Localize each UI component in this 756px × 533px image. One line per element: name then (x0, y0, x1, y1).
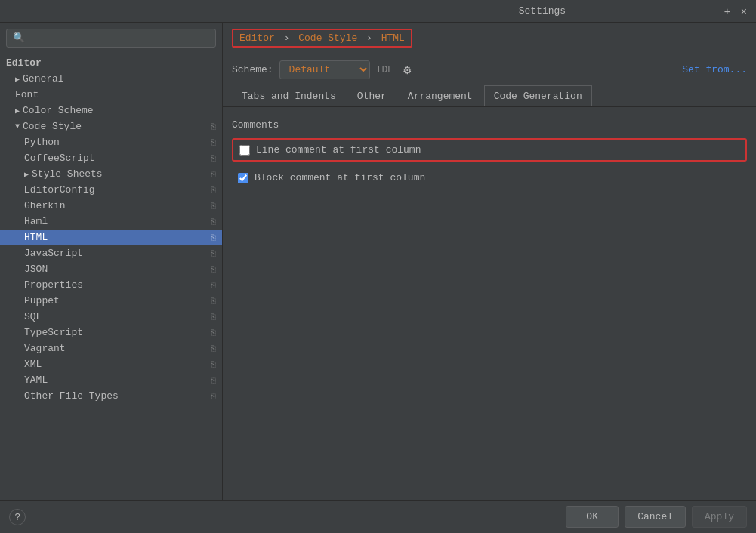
breadcrumb-bar: Editor › Code Style › HTML (223, 23, 756, 54)
sidebar-item-label: YAML (24, 374, 48, 386)
sidebar-item-javascript[interactable]: JavaScript⎘ (0, 245, 222, 261)
copy-icon: ⎘ (211, 313, 216, 322)
sidebar-item-haml[interactable]: Haml⎘ (0, 214, 222, 230)
sidebar-item-json[interactable]: JSON⎘ (0, 261, 222, 277)
sidebar-item-editor[interactable]: Editor (0, 55, 222, 71)
copy-icon: ⎘ (211, 170, 216, 179)
tab-code-generation[interactable]: Code Generation (484, 85, 592, 106)
apply-button: Apply (692, 506, 747, 528)
window-controls: + × (721, 5, 750, 17)
content-area: Editor › Code Style › HTML Scheme: Defau… (223, 23, 756, 500)
sidebar-item-sql[interactable]: SQL⎘ (0, 309, 222, 325)
sidebar-item-code-style[interactable]: ▼Code Style⎘ (0, 119, 222, 134)
sidebar-item-label: Properties (24, 279, 83, 291)
sidebar-item-label: EditorConfig (24, 184, 95, 196)
checkbox-row-line-comment: Line comment at first column (232, 138, 747, 162)
sidebar-item-label: Editor (6, 57, 42, 69)
checkbox-label-line-comment[interactable]: Line comment at first column (256, 144, 421, 156)
tab-content: Comments Line comment at first columnBlo… (223, 107, 756, 500)
copy-icon: ⎘ (211, 265, 216, 274)
breadcrumb-sep-2: › (366, 32, 378, 44)
copy-icon: ⎘ (211, 281, 216, 290)
breadcrumb-part-editor: Editor (239, 32, 275, 44)
breadcrumb-part-codestyle: Code Style (298, 32, 357, 44)
sidebar-item-puppet[interactable]: Puppet⎘ (0, 293, 222, 309)
sidebar-item-coffeescript[interactable]: CoffeeScript⎘ (0, 150, 222, 166)
sidebar-item-yaml[interactable]: YAML⎘ (0, 372, 222, 388)
expand-button[interactable]: + (721, 5, 733, 17)
sidebar-item-label: Other File Types (24, 390, 119, 402)
sidebar-item-label: General (23, 73, 64, 85)
sidebar-item-gherkin[interactable]: Gherkin⎘ (0, 198, 222, 214)
gear-button[interactable]: ⚙ (400, 63, 415, 78)
arrow-icon: ▶ (24, 170, 29, 179)
sidebar-item-general[interactable]: ▶General (0, 71, 222, 87)
checkbox-row-block-comment: Block comment at first column (232, 168, 747, 188)
sidebar-item-label: JavaScript (24, 248, 83, 259)
section-label: Comments (232, 119, 747, 131)
help-button[interactable]: ? (9, 509, 26, 525)
sidebar-item-label: Style Sheets (32, 168, 103, 180)
breadcrumb-sep-1: › (284, 32, 296, 44)
checkbox-label-block-comment[interactable]: Block comment at first column (255, 172, 425, 183)
title-bar: Settings + × (0, 0, 756, 23)
set-from-link[interactable]: Set from... (682, 64, 747, 75)
sidebar-item-label: CoffeeScript (24, 153, 95, 164)
copy-icon: ⎘ (211, 297, 216, 306)
main-container: Editor▶GeneralFont▶Color Scheme▼Code Sty… (0, 23, 756, 500)
scheme-label: Scheme: (232, 64, 273, 75)
tabs-row: Tabs and IndentsOtherArrangementCode Gen… (223, 85, 756, 107)
sidebar-item-label: Puppet (24, 295, 60, 307)
sidebar-section: Editor▶GeneralFont▶Color Scheme▼Code Sty… (0, 54, 222, 405)
ok-button[interactable]: OK (566, 506, 619, 528)
checkbox-block-comment[interactable] (238, 173, 248, 183)
copy-icon: ⎘ (211, 138, 216, 147)
sidebar: Editor▶GeneralFont▶Color Scheme▼Code Sty… (0, 23, 223, 500)
sidebar-item-python[interactable]: Python⎘ (0, 134, 222, 150)
sidebar-item-style-sheets[interactable]: ▶Style Sheets⎘ (0, 166, 222, 182)
copy-icon: ⎘ (211, 376, 216, 385)
copy-icon: ⎘ (211, 233, 216, 242)
copy-icon: ⎘ (211, 217, 216, 226)
sidebar-item-font[interactable]: Font (0, 87, 222, 103)
copy-icon: ⎘ (211, 186, 216, 195)
arrow-icon: ▼ (15, 122, 20, 131)
sidebar-item-label: Code Style (23, 121, 82, 132)
sidebar-item-typescript[interactable]: TypeScript⎘ (0, 325, 222, 340)
breadcrumb-part-html: HTML (381, 32, 405, 44)
copy-icon: ⎘ (211, 154, 216, 163)
sidebar-item-label: Haml (24, 216, 48, 227)
checkbox-line-comment[interactable] (239, 145, 250, 156)
copy-icon: ⎘ (211, 360, 216, 369)
copy-icon: ⎘ (211, 344, 216, 353)
sidebar-item-label: Font (15, 89, 39, 100)
copy-icon: ⎘ (211, 122, 216, 131)
bottom-buttons: OKCancelApply (566, 506, 747, 528)
sidebar-item-label: SQL (24, 311, 42, 322)
copy-icon: ⎘ (211, 202, 216, 211)
bottom-bar: ? OKCancelApply (0, 500, 756, 533)
breadcrumb: Editor › Code Style › HTML (232, 29, 412, 48)
sidebar-item-color-scheme[interactable]: ▶Color Scheme (0, 103, 222, 119)
close-button[interactable]: × (738, 5, 750, 17)
sidebar-item-label: HTML (24, 232, 48, 243)
sidebar-item-xml[interactable]: XML⎘ (0, 356, 222, 372)
copy-icon: ⎘ (211, 392, 216, 401)
sidebar-item-label: Python (24, 137, 60, 148)
sidebar-item-label: Gherkin (24, 200, 66, 211)
tab-tabs-indents[interactable]: Tabs and Indents (232, 85, 346, 106)
scheme-row: Scheme: Default IDE ⚙ Set from... (223, 54, 756, 85)
sidebar-item-editorconfig[interactable]: EditorConfig⎘ (0, 182, 222, 198)
arrow-icon: ▶ (15, 106, 20, 116)
sidebar-item-vagrant[interactable]: Vagrant⎘ (0, 340, 222, 356)
cancel-button[interactable]: Cancel (625, 506, 686, 528)
sidebar-item-other-file-types[interactable]: Other File Types⎘ (0, 388, 222, 404)
sidebar-item-html[interactable]: HTML⎘ (0, 230, 222, 245)
sidebar-item-label: Vagrant (24, 343, 66, 354)
search-input[interactable] (6, 29, 216, 48)
window-title: Settings (363, 5, 721, 17)
tab-other[interactable]: Other (347, 85, 397, 106)
tab-arrangement[interactable]: Arrangement (398, 85, 483, 106)
scheme-select[interactable]: Default (279, 60, 370, 79)
sidebar-item-properties[interactable]: Properties⎘ (0, 277, 222, 293)
